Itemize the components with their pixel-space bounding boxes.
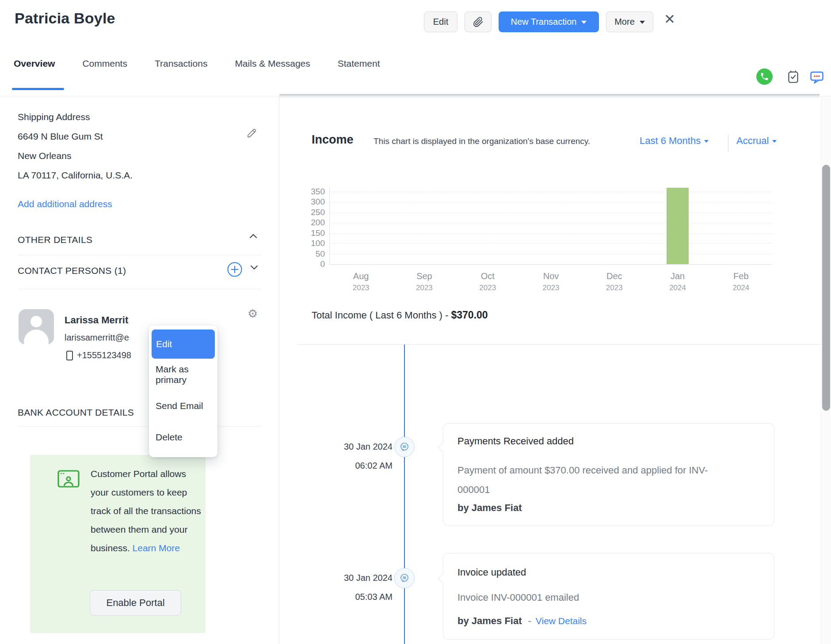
shipping-address-heading: Shipping Address [18,107,133,127]
new-transaction-label: New Transaction [511,17,577,27]
gridline [329,202,773,202]
timeline-card-byline: by James Fiat [457,502,522,514]
scrollbar-thumb[interactable] [822,165,830,411]
x-axis-line [329,264,773,265]
tab-mails-messages[interactable]: Mails & Messages [235,58,310,69]
x-tick-month: Nov [525,271,578,281]
menu-item-mark-as-primary[interactable]: Mark as primary [149,359,217,390]
contact-settings-gear-icon[interactable]: ⚙ [248,308,258,319]
total-income-amount: $370.00 [451,309,488,321]
total-income-line: Total Income ( Last 6 Months ) - $370.00 [312,309,488,321]
timeline-card-body: Payment of amount $370.00 received and a… [457,461,723,500]
accounting-basis-dropdown[interactable]: Accrual [736,135,777,147]
card-notch [438,573,448,583]
chevron-down-icon [581,21,587,24]
byline-separator: - [528,615,531,626]
tab-transactions[interactable]: Transactions [155,58,207,69]
x-tick-month: Oct [461,271,514,281]
view-details-link[interactable]: View Details [536,616,587,626]
other-details-header[interactable]: OTHER DETAILS [18,235,92,245]
enable-portal-label: Enable Portal [106,597,164,609]
shipping-address-block: Shipping Address 6649 N Blue Gum St New … [18,107,133,185]
card-notch [438,442,448,452]
contact-context-menu: Edit Mark as primary Send Email Delete [149,326,217,457]
tab-comments[interactable]: Comments [82,58,127,69]
shipping-address-line: 6649 N Blue Gum St [18,127,133,146]
section-divider [18,255,261,255]
portal-description: Customer Portal allows your customers to… [91,469,201,553]
whatsapp-icon[interactable] [756,68,773,85]
timeline-card-title: Invoice updated [457,567,526,578]
section-divider [18,289,261,289]
timeline-date: 30 Jan 2024 [309,573,393,583]
timeline-time: 06:02 AM [309,461,393,471]
scrolled-content-edge [279,94,820,98]
contact-email: larissamerritt@e [65,333,129,343]
tasks-clipboard-icon[interactable] [786,69,801,85]
edit-address-pencil-icon[interactable] [247,128,257,138]
avatar-head-shape [30,316,42,327]
timeline-time: 05:03 AM [309,592,393,602]
add-contact-person-button[interactable] [227,262,242,277]
new-transaction-button[interactable]: New Transaction [499,11,599,32]
chevron-down-icon [640,21,645,24]
chevron-up-icon[interactable] [249,233,258,239]
timeline-card-byline: by James Fiat-View Details [457,615,587,627]
more-button-label: More [614,17,635,27]
y-tick-label: 100 [302,239,325,248]
y-tick-label: 150 [302,228,325,238]
menu-item-edit[interactable]: Edit [152,330,215,359]
income-bar-chart: 050100150200250300350Aug2023Sep2023Oct20… [302,185,779,298]
edit-button-label: Edit [433,17,448,27]
timeline-node-comment-icon [394,437,415,457]
y-tick-label: 300 [302,197,325,207]
x-tick-month: Dec [588,271,641,281]
tab-statement[interactable]: Statement [338,58,380,69]
menu-item-delete[interactable]: Delete [149,421,217,453]
shipping-address-line: LA 70117, California, U.S.A. [18,166,133,185]
y-axis-line [329,187,330,264]
income-timeline-divider [297,344,822,345]
x-tick-year: 2023 [588,284,641,292]
menu-item-send-email[interactable]: Send Email [149,390,217,421]
x-tick-month: Sep [398,271,451,281]
x-tick-year: 2024 [651,284,704,292]
contact-phone: +1555123498 [77,350,131,360]
tab-overview[interactable]: Overview [14,58,55,69]
close-button[interactable]: ✕ [664,12,675,26]
customer-detail-page: Patricia Boyle Edit New Transaction More… [0,0,831,644]
attachment-button[interactable] [465,11,492,32]
total-income-prefix: Total Income ( Last 6 Months ) - [312,310,451,321]
learn-more-link[interactable]: Learn More [133,543,180,553]
customer-portal-banner: Customer Portal allows your customers to… [30,455,206,633]
customer-portal-icon [57,470,80,489]
add-additional-address-link[interactable]: Add additional address [18,199,112,209]
x-tick-month: Feb [714,271,767,281]
enable-portal-button[interactable]: Enable Portal [90,590,181,616]
y-tick-label: 250 [302,208,325,217]
timeline-card-title: Payments Received added [457,436,574,447]
feedback-chat-icon[interactable] [809,70,824,84]
chevron-down-icon [704,140,709,143]
y-tick-label: 50 [302,249,325,259]
active-tab-underline [12,88,64,90]
x-tick-month: Jan [651,271,704,281]
income-section-title: Income [312,133,354,147]
section-divider [18,426,261,427]
x-tick-year: 2023 [525,284,578,292]
date-range-dropdown[interactable]: Last 6 Months [640,135,709,147]
x-tick-month: Aug [335,271,388,281]
more-button[interactable]: More [606,11,653,32]
bank-account-details-header: BANK ACCOUNT DETAILS [18,407,134,418]
chevron-down-icon[interactable] [250,265,259,271]
chevron-down-icon [772,140,777,143]
shipping-address-line: New Orleans [18,146,133,166]
edit-button[interactable]: Edit [424,11,457,32]
y-tick-label: 200 [302,218,325,227]
accounting-basis-label: Accrual [736,135,769,147]
gridline [329,192,773,192]
timeline-card-body: Invoice INV-000001 emailed [457,588,723,607]
page-title: Patricia Boyle [15,10,115,27]
date-range-label: Last 6 Months [640,135,701,147]
contact-persons-header[interactable]: CONTACT PERSONS (1) [18,265,126,276]
